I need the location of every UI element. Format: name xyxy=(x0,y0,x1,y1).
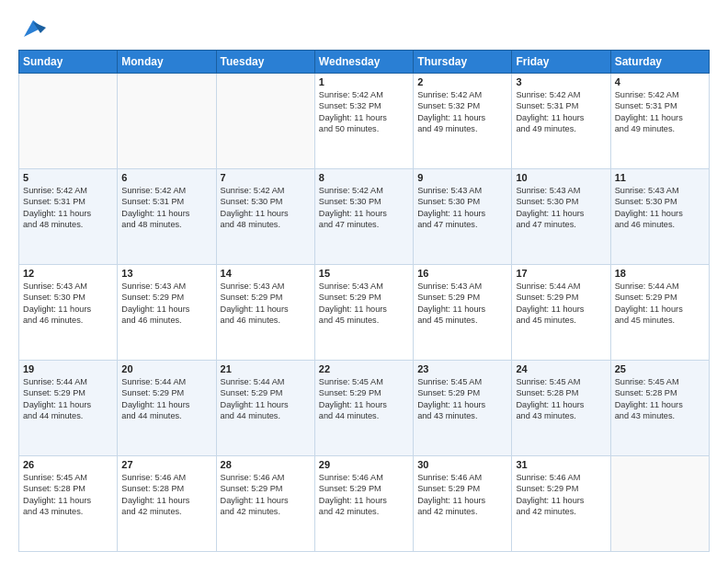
day-number: 13 xyxy=(121,268,211,279)
calendar-cell: 16Sunrise: 5:43 AMSunset: 5:29 PMDayligh… xyxy=(414,265,512,361)
day-number: 26 xyxy=(23,459,113,470)
week-row-4: 19Sunrise: 5:44 AMSunset: 5:29 PMDayligh… xyxy=(19,361,710,456)
calendar-cell: 30Sunrise: 5:46 AMSunset: 5:29 PMDayligh… xyxy=(414,456,512,552)
day-number: 14 xyxy=(221,268,311,279)
day-number: 18 xyxy=(615,268,705,279)
day-number: 20 xyxy=(121,363,211,374)
logo-text xyxy=(18,15,46,40)
day-number: 3 xyxy=(516,76,606,87)
day-number: 2 xyxy=(417,76,507,87)
cell-text: Sunrise: 5:46 AMSunset: 5:29 PMDaylight:… xyxy=(516,472,606,518)
calendar-cell: 3Sunrise: 5:42 AMSunset: 5:31 PMDaylight… xyxy=(512,74,610,169)
day-number: 11 xyxy=(615,172,705,183)
cell-text: Sunrise: 5:43 AMSunset: 5:29 PMDaylight:… xyxy=(319,281,409,327)
day-number: 19 xyxy=(23,363,113,374)
day-number: 9 xyxy=(417,172,507,183)
calendar-cell xyxy=(19,74,118,169)
calendar-cell: 7Sunrise: 5:42 AMSunset: 5:30 PMDaylight… xyxy=(216,169,314,265)
cell-text: Sunrise: 5:43 AMSunset: 5:30 PMDaylight:… xyxy=(23,281,113,327)
day-number: 17 xyxy=(516,268,606,279)
cell-text: Sunrise: 5:42 AMSunset: 5:31 PMDaylight:… xyxy=(615,89,705,135)
calendar-cell: 28Sunrise: 5:46 AMSunset: 5:29 PMDayligh… xyxy=(216,456,314,552)
weekday-header-friday: Friday xyxy=(512,51,610,74)
calendar-cell: 13Sunrise: 5:43 AMSunset: 5:29 PMDayligh… xyxy=(118,265,216,361)
calendar-cell: 23Sunrise: 5:45 AMSunset: 5:29 PMDayligh… xyxy=(414,361,512,456)
cell-text: Sunrise: 5:43 AMSunset: 5:29 PMDaylight:… xyxy=(121,281,211,327)
day-number: 5 xyxy=(23,172,113,183)
cell-text: Sunrise: 5:42 AMSunset: 5:31 PMDaylight:… xyxy=(23,185,113,231)
weekday-header-saturday: Saturday xyxy=(610,51,709,74)
cell-text: Sunrise: 5:42 AMSunset: 5:31 PMDaylight:… xyxy=(121,185,211,231)
week-row-2: 5Sunrise: 5:42 AMSunset: 5:31 PMDaylight… xyxy=(19,169,710,265)
week-row-5: 26Sunrise: 5:45 AMSunset: 5:28 PMDayligh… xyxy=(19,456,710,552)
day-number: 30 xyxy=(417,459,507,470)
day-number: 12 xyxy=(23,268,113,279)
cell-text: Sunrise: 5:43 AMSunset: 5:29 PMDaylight:… xyxy=(417,281,507,327)
day-number: 27 xyxy=(121,459,211,470)
weekday-header-monday: Monday xyxy=(118,51,216,74)
calendar-cell: 2Sunrise: 5:42 AMSunset: 5:32 PMDaylight… xyxy=(414,74,512,169)
calendar-cell: 31Sunrise: 5:46 AMSunset: 5:29 PMDayligh… xyxy=(512,456,610,552)
day-number: 21 xyxy=(221,363,311,374)
cell-text: Sunrise: 5:42 AMSunset: 5:32 PMDaylight:… xyxy=(319,89,409,135)
week-row-3: 12Sunrise: 5:43 AMSunset: 5:30 PMDayligh… xyxy=(19,265,710,361)
cell-text: Sunrise: 5:45 AMSunset: 5:29 PMDaylight:… xyxy=(319,376,409,422)
day-number: 24 xyxy=(516,363,606,374)
day-number: 4 xyxy=(615,76,705,87)
cell-text: Sunrise: 5:46 AMSunset: 5:29 PMDaylight:… xyxy=(319,472,409,518)
calendar: SundayMondayTuesdayWednesdayThursdayFrid… xyxy=(18,50,710,552)
day-number: 31 xyxy=(516,459,606,470)
weekday-header-tuesday: Tuesday xyxy=(216,51,314,74)
calendar-cell: 12Sunrise: 5:43 AMSunset: 5:30 PMDayligh… xyxy=(19,265,118,361)
calendar-cell: 17Sunrise: 5:44 AMSunset: 5:29 PMDayligh… xyxy=(512,265,610,361)
day-number: 28 xyxy=(221,459,311,470)
calendar-cell: 14Sunrise: 5:43 AMSunset: 5:29 PMDayligh… xyxy=(216,265,314,361)
weekday-header-row: SundayMondayTuesdayWednesdayThursdayFrid… xyxy=(19,51,710,74)
calendar-cell: 8Sunrise: 5:42 AMSunset: 5:30 PMDaylight… xyxy=(314,169,413,265)
day-number: 25 xyxy=(615,363,705,374)
day-number: 10 xyxy=(516,172,606,183)
logo-icon xyxy=(20,15,46,40)
calendar-cell: 11Sunrise: 5:43 AMSunset: 5:30 PMDayligh… xyxy=(610,169,709,265)
calendar-cell: 22Sunrise: 5:45 AMSunset: 5:29 PMDayligh… xyxy=(314,361,413,456)
cell-text: Sunrise: 5:45 AMSunset: 5:28 PMDaylight:… xyxy=(516,376,606,422)
day-number: 8 xyxy=(319,172,409,183)
cell-text: Sunrise: 5:42 AMSunset: 5:31 PMDaylight:… xyxy=(516,89,606,135)
cell-text: Sunrise: 5:42 AMSunset: 5:30 PMDaylight:… xyxy=(221,185,311,231)
logo xyxy=(18,15,46,40)
day-number: 7 xyxy=(221,172,311,183)
calendar-cell: 9Sunrise: 5:43 AMSunset: 5:30 PMDaylight… xyxy=(414,169,512,265)
calendar-cell: 5Sunrise: 5:42 AMSunset: 5:31 PMDaylight… xyxy=(19,169,118,265)
calendar-cell: 10Sunrise: 5:43 AMSunset: 5:30 PMDayligh… xyxy=(512,169,610,265)
day-number: 29 xyxy=(319,459,409,470)
weekday-header-thursday: Thursday xyxy=(414,51,512,74)
day-number: 23 xyxy=(417,363,507,374)
header xyxy=(18,15,710,40)
cell-text: Sunrise: 5:42 AMSunset: 5:32 PMDaylight:… xyxy=(417,89,507,135)
cell-text: Sunrise: 5:44 AMSunset: 5:29 PMDaylight:… xyxy=(121,376,211,422)
weekday-header-wednesday: Wednesday xyxy=(314,51,413,74)
weekday-header-sunday: Sunday xyxy=(19,51,118,74)
calendar-cell: 21Sunrise: 5:44 AMSunset: 5:29 PMDayligh… xyxy=(216,361,314,456)
cell-text: Sunrise: 5:46 AMSunset: 5:29 PMDaylight:… xyxy=(221,472,311,518)
cell-text: Sunrise: 5:46 AMSunset: 5:29 PMDaylight:… xyxy=(417,472,507,518)
cell-text: Sunrise: 5:43 AMSunset: 5:30 PMDaylight:… xyxy=(615,185,705,231)
cell-text: Sunrise: 5:46 AMSunset: 5:28 PMDaylight:… xyxy=(121,472,211,518)
calendar-cell xyxy=(118,74,216,169)
cell-text: Sunrise: 5:45 AMSunset: 5:28 PMDaylight:… xyxy=(615,376,705,422)
day-number: 22 xyxy=(319,363,409,374)
calendar-cell: 27Sunrise: 5:46 AMSunset: 5:28 PMDayligh… xyxy=(118,456,216,552)
calendar-cell: 25Sunrise: 5:45 AMSunset: 5:28 PMDayligh… xyxy=(610,361,709,456)
calendar-cell: 4Sunrise: 5:42 AMSunset: 5:31 PMDaylight… xyxy=(610,74,709,169)
cell-text: Sunrise: 5:43 AMSunset: 5:30 PMDaylight:… xyxy=(516,185,606,231)
calendar-cell xyxy=(610,456,709,552)
day-number: 6 xyxy=(121,172,211,183)
page: SundayMondayTuesdayWednesdayThursdayFrid… xyxy=(0,0,728,563)
cell-text: Sunrise: 5:43 AMSunset: 5:30 PMDaylight:… xyxy=(417,185,507,231)
cell-text: Sunrise: 5:45 AMSunset: 5:29 PMDaylight:… xyxy=(417,376,507,422)
calendar-cell: 18Sunrise: 5:44 AMSunset: 5:29 PMDayligh… xyxy=(610,265,709,361)
cell-text: Sunrise: 5:44 AMSunset: 5:29 PMDaylight:… xyxy=(615,281,705,327)
week-row-1: 1Sunrise: 5:42 AMSunset: 5:32 PMDaylight… xyxy=(19,74,710,169)
calendar-cell: 19Sunrise: 5:44 AMSunset: 5:29 PMDayligh… xyxy=(19,361,118,456)
day-number: 16 xyxy=(417,268,507,279)
